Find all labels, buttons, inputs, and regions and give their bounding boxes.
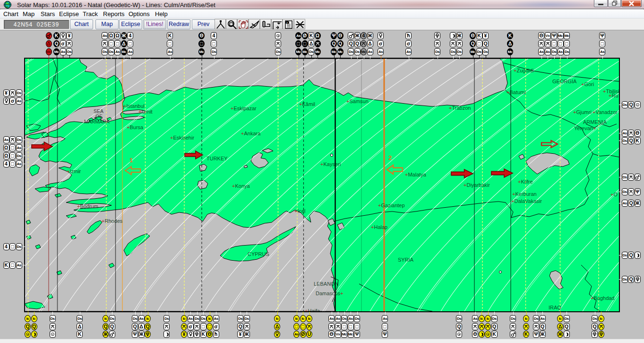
svg-text:LEBANON: LEBANON	[314, 281, 339, 287]
svg-text:+Icel: +Icel	[294, 208, 306, 214]
svg-text:+Bodrum: +Bodrum	[77, 203, 98, 209]
svg-text:+Batumi: +Batumi	[507, 89, 526, 95]
svg-text:2: 2	[388, 154, 392, 161]
svg-text:+Diyarbakir: +Diyarbakir	[464, 182, 490, 188]
svg-text:+Gaziantep: +Gaziantep	[378, 202, 405, 208]
svg-text:MARMARA: MARMARA	[84, 119, 110, 124]
svg-text:+Vanadzor: +Vanadzor	[592, 109, 618, 115]
svg-text:+Kayseri: +Kayseri	[320, 161, 341, 167]
svg-text:IRAQ: IRAQ	[549, 305, 561, 310]
svg-text:+Halap: +Halap	[371, 224, 387, 230]
svg-text:+Zugdidi: +Zugdidi	[514, 68, 534, 73]
svg-text:+Izmit: +Izmit	[138, 109, 153, 114]
svg-text:CYPRUS: CYPRUS	[248, 251, 269, 257]
svg-text:+Kerburan: +Kerburan	[512, 191, 537, 197]
svg-text:+Kâmil: +Kâmil	[299, 101, 315, 107]
svg-text:Yerevan+: Yerevan+	[574, 125, 596, 131]
svg-text:ARMENIA: ARMENIA	[583, 119, 607, 125]
svg-text:+Trabzon: +Trabzon	[449, 105, 471, 111]
svg-text:+Rhodes: +Rhodes	[102, 218, 123, 224]
svg-text:+Ankara: +Ankara	[241, 131, 261, 136]
svg-text:+Gori: +Gori	[581, 81, 594, 87]
svg-text:+Eskisehir: +Eskisehir	[170, 135, 194, 141]
svg-text:+Malatya: +Malatya	[405, 172, 427, 177]
svg-text:GEORGIA: GEORGIA	[552, 79, 577, 84]
svg-text:+Konya: +Konya	[232, 183, 250, 189]
svg-text:+Kiifre: +Kiifre	[518, 179, 533, 185]
svg-text:1: 1	[129, 157, 133, 164]
svg-text:+Gjumri: +Gjumri	[573, 109, 592, 115]
svg-text:+Baghdad: +Baghdad	[591, 295, 614, 301]
svg-text:+Ru: +Ru	[609, 93, 618, 98]
svg-text:Damascus+: Damascus+	[316, 290, 343, 296]
svg-text:+Istanbul: +Istanbul	[123, 103, 145, 109]
svg-text:+Bursa: +Bursa	[127, 124, 144, 130]
svg-text:+Eskipazar: +Eskipazar	[231, 106, 257, 111]
svg-text:+DalaVakasir: +DalaVakasir	[511, 198, 542, 204]
svg-text:SYRIA: SYRIA	[398, 257, 414, 263]
svg-text:+Izmir: +Izmir	[67, 168, 81, 174]
svg-text:+Samsun: +Samsun	[346, 98, 369, 104]
svg-text:+O: +O	[610, 192, 618, 197]
svg-text:+Haifa: +Haifa	[305, 308, 320, 311]
svg-text:TURKEY: TURKEY	[206, 156, 228, 161]
